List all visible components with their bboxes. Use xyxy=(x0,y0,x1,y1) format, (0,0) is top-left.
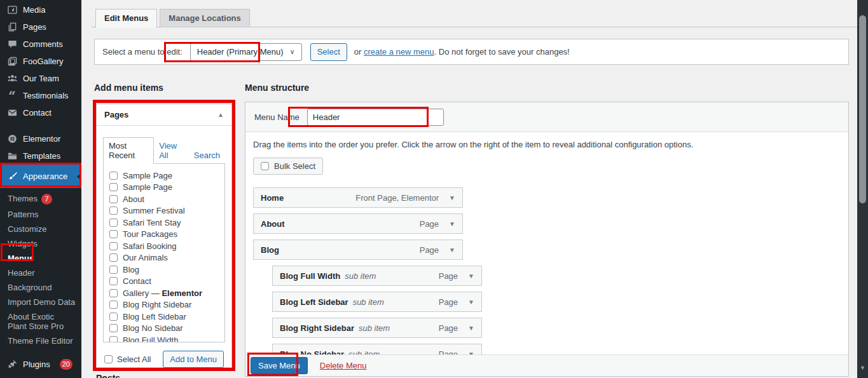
bulk-select-checkbox[interactable] xyxy=(261,162,269,170)
submenu-item-about-theme[interactable]: About Exotic Plant Store Pro xyxy=(0,309,76,334)
plugins-update-badge: 20 xyxy=(60,359,72,370)
page-checkbox-item[interactable]: Blog Left Sidebar xyxy=(109,311,224,322)
expand-arrow-icon[interactable]: ▼ xyxy=(449,246,455,253)
submenu-arrow-icon xyxy=(77,173,81,180)
menu-item-blog[interactable]: Blog Page ▼ xyxy=(253,240,463,260)
tab-search[interactable]: Search xyxy=(189,147,225,163)
submenu-item-header[interactable]: Header xyxy=(0,266,81,280)
checkbox[interactable] xyxy=(109,183,118,191)
expand-arrow-icon[interactable]: ▼ xyxy=(468,325,474,332)
page-checkbox-item[interactable]: Blog Full Width xyxy=(109,334,224,342)
checkbox[interactable] xyxy=(109,253,118,262)
page-checkbox-item[interactable]: Contact xyxy=(109,276,224,287)
checkbox[interactable] xyxy=(109,195,118,203)
checkbox[interactable] xyxy=(109,300,118,309)
page-checkbox-item[interactable]: Tour Packages xyxy=(109,229,224,240)
menu-name-input[interactable] xyxy=(307,109,444,126)
submenu-item-widgets[interactable]: Widgets xyxy=(0,236,81,251)
page-checkbox-item[interactable]: Safari Tent Stay xyxy=(109,217,224,228)
posts-accordion-heading-partial[interactable]: Posts xyxy=(96,373,120,378)
select-all-control[interactable]: Select All xyxy=(104,354,151,364)
chevron-down-icon: ∨ xyxy=(290,48,295,56)
expand-arrow-icon[interactable]: ▼ xyxy=(449,194,455,201)
submenu-item-menus[interactable]: Menus xyxy=(0,251,81,266)
select-button[interactable]: Select xyxy=(310,43,347,61)
checkbox[interactable] xyxy=(109,277,118,285)
expand-arrow-icon[interactable]: ▼ xyxy=(468,273,474,280)
scrollbar-thumb[interactable] xyxy=(859,15,866,203)
pages-panel-title: Pages xyxy=(104,110,128,119)
expand-arrow-icon[interactable]: ▼ xyxy=(449,220,455,227)
page-checkbox-item[interactable]: Blog No Sidebar xyxy=(109,323,224,334)
page-checkbox-item[interactable]: Safari Booking xyxy=(109,240,224,252)
checkbox[interactable] xyxy=(109,324,118,332)
menu-item-blog-right-sidebar[interactable]: Blog Right Sidebar sub item Page ▼ xyxy=(272,318,482,338)
expand-arrow-icon[interactable]: ▼ xyxy=(468,299,474,306)
submenu-item-customize[interactable]: Customize xyxy=(0,222,81,236)
sidebar-item-elementor[interactable]: Elementor xyxy=(0,130,81,147)
menu-item-home[interactable]: Home Front Page, Elementor ▼ xyxy=(253,187,463,208)
submenu-item-background[interactable]: Background xyxy=(0,280,81,295)
submenu-item-patterns[interactable]: Patterns xyxy=(0,207,81,222)
sidebar-item-label: Testimonials xyxy=(23,91,69,100)
menu-select-dropdown[interactable]: Header (Primary Menu) ∨ xyxy=(190,43,302,61)
menu-name-label: Menu Name xyxy=(254,112,300,122)
sidebar-item-appearance[interactable]: Appearance xyxy=(0,165,81,188)
sidebar-item-testimonials[interactable]: “ Testimonials xyxy=(0,87,81,104)
checkbox[interactable] xyxy=(109,266,118,274)
bulk-select-control[interactable]: Bulk Select xyxy=(253,158,323,175)
sidebar-item-label: Our Team xyxy=(23,74,59,83)
page-checkbox-item[interactable]: Sample Page xyxy=(109,182,224,193)
sidebar-item-our-team[interactable]: Our Team xyxy=(0,70,81,87)
comments-icon xyxy=(7,39,17,50)
tab-most-recent[interactable]: Most Recent xyxy=(103,137,154,164)
sidebar-item-foogallery[interactable]: FooGallery xyxy=(0,53,81,70)
create-new-menu-link[interactable]: create a new menu xyxy=(364,47,434,57)
tab-manage-locations[interactable]: Manage Locations xyxy=(160,9,249,27)
checkbox[interactable] xyxy=(109,336,118,343)
tab-edit-menus[interactable]: Edit Menus xyxy=(95,9,157,28)
submenu-item-import-demo-data[interactable]: Import Demo Data xyxy=(0,295,81,309)
menu-item-blog-left-sidebar[interactable]: Blog Left Sidebar sub item Page ▼ xyxy=(272,292,482,312)
checkbox[interactable] xyxy=(109,313,118,321)
appearance-icon xyxy=(7,172,17,182)
pages-accordion-header[interactable]: Pages ▲ xyxy=(97,104,231,126)
sidebar-item-plugins[interactable]: Plugins 20 xyxy=(0,356,81,373)
bulk-select-label: Bulk Select xyxy=(274,161,315,171)
page-checkbox-item[interactable]: Blog Right Sidebar xyxy=(109,299,224,311)
sidebar-item-comments[interactable]: Comments xyxy=(0,36,81,53)
page-checkbox-item[interactable]: Sample Page xyxy=(109,170,224,181)
delete-menu-link[interactable]: Delete Menu xyxy=(320,361,367,370)
add-menu-items-heading: Add menu items xyxy=(94,83,163,93)
submenu-item-themes[interactable]: Themes7 xyxy=(0,191,81,207)
sidebar-item-users[interactable]: Users xyxy=(0,373,81,378)
page-checkbox-item[interactable]: Our Animals xyxy=(109,252,224,264)
add-to-menu-button[interactable]: Add to Menu xyxy=(163,351,224,368)
page-scrollbar[interactable]: ▼ xyxy=(857,0,868,378)
page-checkbox-item[interactable]: Gallery — Elementor xyxy=(109,287,224,299)
page-checkbox-item[interactable]: About xyxy=(109,193,224,205)
menu-item-blog-full-width[interactable]: Blog Full Width sub item Page ▼ xyxy=(272,266,482,286)
checkbox[interactable] xyxy=(109,289,118,297)
sidebar-item-pages[interactable]: Pages xyxy=(0,18,81,36)
checkbox[interactable] xyxy=(109,206,118,215)
submenu-item-theme-file-editor[interactable]: Theme File Editor xyxy=(0,334,81,348)
checkbox[interactable] xyxy=(109,219,118,227)
save-menu-button[interactable]: Save Menu xyxy=(251,357,308,374)
checkbox[interactable] xyxy=(109,230,118,238)
sidebar-item-label: Appearance xyxy=(23,172,67,181)
sidebar-item-label: Pages xyxy=(23,22,46,32)
sidebar-item-media[interactable]: Media xyxy=(0,1,81,18)
menu-structure-footer: Save Menu Delete Menu xyxy=(245,354,848,376)
checkbox[interactable] xyxy=(109,242,118,250)
page-checkbox-item[interactable]: Blog xyxy=(109,264,224,275)
select-all-checkbox[interactable] xyxy=(104,355,113,363)
sidebar-item-contact[interactable]: Contact xyxy=(0,104,81,121)
page-checkbox-item[interactable]: Summer Festival xyxy=(109,205,224,217)
menu-item-about[interactable]: About Page ▼ xyxy=(253,213,463,234)
sidebar-item-templates[interactable]: Templates xyxy=(0,147,81,165)
checkbox[interactable] xyxy=(109,172,118,180)
collapse-arrow-icon[interactable]: ▲ xyxy=(217,111,224,118)
scroll-down-arrow-icon[interactable]: ▼ xyxy=(857,365,868,371)
tab-view-all[interactable]: View All xyxy=(154,138,189,163)
